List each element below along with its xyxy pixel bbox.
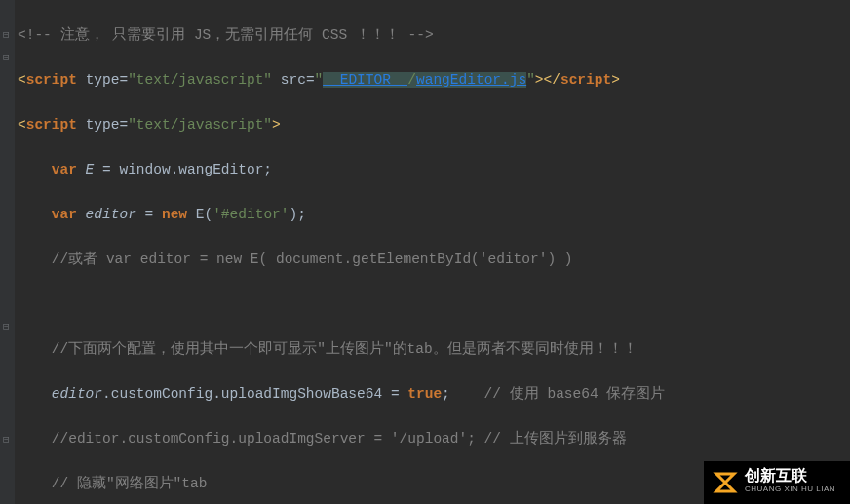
expr: window.wangEditor;	[119, 162, 272, 177]
attr: type=	[86, 117, 129, 133]
fold-icon[interactable]: ⊟	[3, 24, 10, 47]
gutter: ⊟ ⊟ ⊟ ⊟	[0, 0, 15, 504]
attr: src=	[272, 72, 315, 88]
expr: );	[290, 207, 306, 222]
var-name: editor	[77, 207, 145, 222]
comment: // 隐藏"网络图片"tab	[52, 476, 208, 491]
string: "	[526, 72, 535, 88]
keyword: true	[407, 386, 442, 402]
fold-icon[interactable]: ⊟	[3, 429, 10, 451]
tag-name: script	[560, 72, 611, 88]
comment: //或者 var editor = new E( document.getEle…	[52, 252, 573, 267]
keyword: var	[52, 162, 77, 177]
operator: =	[391, 386, 407, 402]
code-editor[interactable]: <!-- 注意， 只需要引用 JS，无需引用任何 CSS ！！！ --> <sc…	[18, 2, 665, 504]
string: "text/javascript"	[128, 72, 272, 88]
semi: ;	[442, 386, 450, 402]
comment: <!-- 注意， 只需要引用 JS，无需引用任何 CSS ！！！ -->	[18, 27, 434, 43]
string: '#editor'	[212, 207, 289, 222]
fold-icon[interactable]: ⊟	[3, 47, 10, 69]
member: .customConfig.uploadImgShowBase64	[102, 386, 391, 402]
src-link[interactable]: wangEditor.js	[416, 72, 526, 88]
tag-close: >	[611, 72, 620, 88]
tag-name: script	[26, 117, 86, 133]
fold-icon[interactable]: ⊟	[3, 316, 10, 338]
ctor: E(	[196, 207, 212, 222]
comment: // 使用 base64 保存图片	[450, 386, 666, 402]
src-link[interactable]: __EDITOR__	[323, 72, 407, 88]
tag-close: >	[272, 117, 281, 133]
keyword: var	[52, 207, 77, 222]
string: "text/javascript"	[128, 117, 272, 133]
operator: =	[102, 162, 119, 177]
string: "	[315, 72, 324, 88]
tag-close: ></	[535, 72, 560, 88]
attr: type=	[86, 72, 129, 88]
comment: //editor.customConfig.uploadImgServer = …	[52, 431, 627, 446]
operator: =	[145, 207, 162, 222]
var-name: E	[77, 162, 102, 177]
string: /	[407, 72, 416, 88]
logo-icon	[710, 467, 741, 498]
watermark-brand: 创新互联	[745, 469, 835, 483]
tag-open: <	[18, 72, 26, 88]
watermark: 创新互联 CHUANG XIN HU LIAN	[704, 461, 850, 504]
keyword: new	[162, 207, 196, 222]
tag-open: <	[18, 117, 26, 133]
comment: //下面两个配置，使用其中一个即可显示"上传图片"的tab。但是两者不要同时使用…	[52, 341, 638, 357]
obj: editor	[52, 386, 102, 402]
tag-name: script	[26, 72, 86, 88]
watermark-sub: CHUANG XIN HU LIAN	[745, 483, 835, 496]
